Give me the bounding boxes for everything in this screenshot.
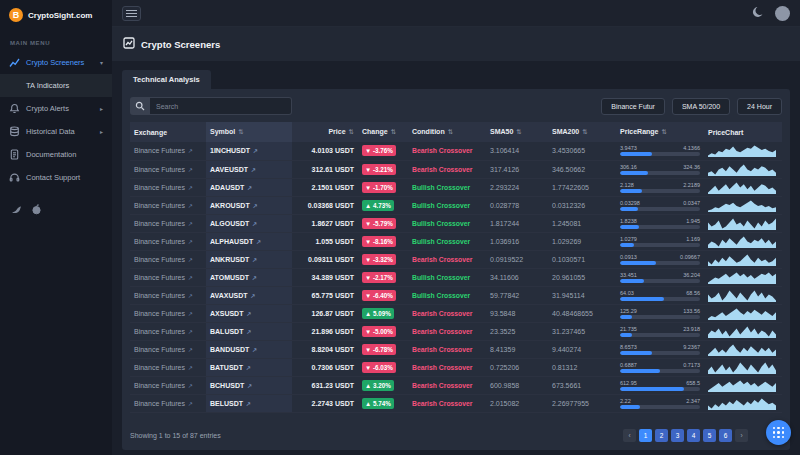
exchange-link[interactable]: Binance Futures	[134, 346, 185, 353]
brand[interactable]: B CryptoSight.com	[0, 0, 112, 32]
external-link-icon[interactable]: ↗	[246, 401, 251, 407]
external-link-icon[interactable]: ↗	[253, 203, 258, 209]
exchange-link[interactable]: Binance Futures	[134, 364, 185, 371]
exchange-link[interactable]: Binance Futures	[134, 274, 185, 281]
column-header-condition[interactable]: Condition⇅	[408, 122, 486, 142]
column-header-sma50[interactable]: SMA50⇅	[486, 122, 548, 142]
exchange-filter-button[interactable]: Binance Futur	[601, 98, 665, 115]
search-icon[interactable]	[130, 97, 150, 115]
page-prev-button[interactable]: ‹	[623, 429, 636, 442]
external-link-icon[interactable]: ↗	[188, 383, 193, 389]
symbol-link[interactable]: ADAUSDT	[210, 184, 244, 191]
external-link-icon[interactable]: ↗	[188, 221, 193, 227]
symbol-link[interactable]: ATOMUSDT	[210, 274, 249, 281]
tab-technical-analysis[interactable]: Technical Analysis	[122, 70, 211, 89]
external-link-icon[interactable]: ↗	[188, 257, 193, 263]
external-link-icon[interactable]: ↗	[188, 203, 193, 209]
indicator-filter-button[interactable]: SMA 50/200	[672, 98, 730, 115]
external-link-icon[interactable]: ↗	[188, 311, 193, 317]
external-link-icon[interactable]: ↗	[188, 401, 193, 407]
sidebar-item-documentation[interactable]: Documentation	[0, 143, 112, 166]
exchange-link[interactable]: Binance Futures	[134, 292, 185, 299]
symbol-link[interactable]: 1INCHUSDT	[210, 147, 250, 154]
symbol-link[interactable]: BELUSDT	[210, 400, 243, 407]
headset-icon	[9, 172, 20, 183]
page-button-6[interactable]: 6	[719, 429, 732, 442]
external-link-icon[interactable]: ↗	[253, 148, 258, 154]
column-header-price[interactable]: Price⇅	[292, 122, 358, 142]
external-link-icon[interactable]: ↗	[246, 329, 251, 335]
sidebar-item-historical-data[interactable]: Historical Data ▸	[0, 120, 112, 143]
column-header-exchange: Exchange	[130, 122, 206, 142]
sidebar-item-crypto-alerts[interactable]: Crypto Alerts ▸	[0, 97, 112, 120]
exchange-link[interactable]: Binance Futures	[134, 328, 185, 335]
topbar	[112, 0, 800, 27]
symbol-link[interactable]: ALPHAUSDT	[210, 238, 253, 245]
page-button-2[interactable]: 2	[655, 429, 668, 442]
external-link-icon[interactable]: ↗	[188, 239, 193, 245]
sidebar-item-contact-support[interactable]: Contact Support	[0, 166, 112, 189]
external-link-icon[interactable]: ↗	[252, 275, 257, 281]
apps-launcher-button[interactable]	[766, 420, 791, 445]
external-link-icon[interactable]: ↗	[188, 167, 193, 173]
exchange-link[interactable]: Binance Futures	[134, 400, 185, 407]
external-link-icon[interactable]: ↗	[256, 239, 261, 245]
column-header-sma200[interactable]: SMA200⇅	[548, 122, 616, 142]
twitter-icon[interactable]	[11, 201, 22, 219]
page-button-3[interactable]: 3	[671, 429, 684, 442]
symbol-link[interactable]: BALUSDT	[210, 328, 243, 335]
external-link-icon[interactable]: ↗	[246, 311, 251, 317]
exchange-link[interactable]: Binance Futures	[134, 382, 185, 389]
search-input[interactable]	[150, 97, 292, 115]
timeframe-filter-button[interactable]: 24 Hour	[737, 98, 782, 115]
sidebar-item-ta-indicators[interactable]: TA Indicators	[0, 74, 112, 97]
external-link-icon[interactable]: ↗	[188, 148, 193, 154]
external-link-icon[interactable]: ↗	[252, 221, 257, 227]
column-header-change[interactable]: Change⇅	[358, 122, 408, 142]
reddit-icon[interactable]	[31, 201, 42, 219]
page-button-1[interactable]: 1	[639, 429, 652, 442]
app-window: B CryptoSight.com MAIN MENU Crypto Scree…	[0, 0, 800, 455]
exchange-cell: Binance Futures↗	[130, 232, 206, 250]
column-header-pricerange[interactable]: PriceRange⇅	[616, 122, 704, 142]
sidebar-item-crypto-screeners[interactable]: Crypto Screeners ▾	[0, 51, 112, 74]
exchange-link[interactable]: Binance Futures	[134, 166, 185, 173]
external-link-icon[interactable]: ↗	[188, 293, 193, 299]
avatar[interactable]	[775, 6, 790, 21]
symbol-link[interactable]: ALGOUSDT	[210, 220, 249, 227]
external-link-icon[interactable]: ↗	[246, 365, 251, 371]
symbol-link[interactable]: ANKRUSDT	[210, 256, 249, 263]
symbol-link[interactable]: BCHUSDT	[210, 382, 244, 389]
external-link-icon[interactable]: ↗	[247, 185, 252, 191]
symbol-link[interactable]: AAVEUSDT	[210, 166, 248, 173]
external-link-icon[interactable]: ↗	[188, 185, 193, 191]
exchange-link[interactable]: Binance Futures	[134, 238, 185, 245]
column-header-symbol[interactable]: Symbol⇅	[206, 122, 292, 142]
menu-toggle-button[interactable]	[122, 6, 141, 21]
symbol-link[interactable]: AVAXUSDT	[210, 292, 247, 299]
dark-mode-icon[interactable]	[752, 4, 764, 22]
page-button-5[interactable]: 5	[703, 429, 716, 442]
external-link-icon[interactable]: ↗	[188, 275, 193, 281]
symbol-link[interactable]: BANDUSDT	[210, 346, 249, 353]
symbol-link[interactable]: BATUSDT	[210, 364, 243, 371]
external-link-icon[interactable]: ↗	[252, 257, 257, 263]
exchange-link[interactable]: Binance Futures	[134, 310, 185, 317]
external-link-icon[interactable]: ↗	[247, 383, 252, 389]
external-link-icon[interactable]: ↗	[252, 347, 257, 353]
exchange-link[interactable]: Binance Futures	[134, 256, 185, 263]
exchange-link[interactable]: Binance Futures	[134, 220, 185, 227]
external-link-icon[interactable]: ↗	[188, 329, 193, 335]
symbol-link[interactable]: AKROUSDT	[210, 202, 250, 209]
condition-cell: Bearish Crossover	[408, 160, 486, 178]
symbol-link[interactable]: AXSUSDT	[210, 310, 243, 317]
external-link-icon[interactable]: ↗	[188, 365, 193, 371]
page-next-button[interactable]: ›	[735, 429, 748, 442]
external-link-icon[interactable]: ↗	[188, 347, 193, 353]
external-link-icon[interactable]: ↗	[251, 167, 256, 173]
exchange-link[interactable]: Binance Futures	[134, 184, 185, 191]
external-link-icon[interactable]: ↗	[250, 293, 255, 299]
exchange-link[interactable]: Binance Futures	[134, 147, 185, 154]
exchange-link[interactable]: Binance Futures	[134, 202, 185, 209]
page-button-4[interactable]: 4	[687, 429, 700, 442]
